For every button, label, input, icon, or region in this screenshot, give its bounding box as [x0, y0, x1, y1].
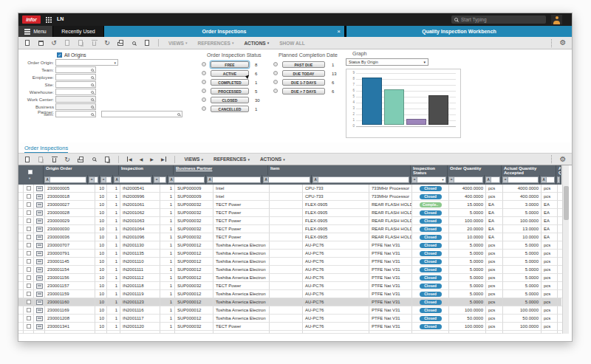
tab-quality-inspection-workbench[interactable]: Quality Inspection Workbench: [346, 26, 572, 37]
row-checkbox[interactable]: [27, 235, 31, 239]
column-filter[interactable]: =: [448, 176, 483, 183]
row-checkbox[interactable]: [27, 300, 31, 304]
first-page-icon[interactable]: ◀: [127, 157, 132, 162]
references-menu[interactable]: REFERENCES▾: [197, 41, 233, 46]
status-button-cancelled[interactable]: CANCELLED: [211, 106, 249, 112]
row-checkbox[interactable]: [27, 210, 31, 215]
column-filter[interactable]: =: [100, 176, 112, 183]
duplicate-icon[interactable]: [76, 38, 85, 47]
row-checkbox[interactable]: [27, 275, 31, 280]
table-row[interactable]: 230001341101IN20011201SUP000032TECT Powe…: [18, 323, 561, 331]
row-checkbox[interactable]: [27, 259, 31, 264]
column-header-order-quantity[interactable]: Order Quantity: [448, 165, 502, 175]
edit-icon[interactable]: [23, 38, 32, 47]
table-row[interactable]: 230001159101IN20011191SUP000012Toshiba A…: [18, 290, 561, 298]
refresh-icon[interactable]: ↻: [63, 155, 72, 164]
app-grid-icon[interactable]: [46, 17, 47, 18]
import-icon[interactable]: [103, 155, 112, 164]
table-row[interactable]: 230001160101IN20011231SUP000012Toshiba A…: [18, 298, 561, 306]
column-header-business-partner[interactable]: Business Partner: [174, 165, 268, 175]
table-row[interactable]: 230000030101IN20010641SUP000032TECT Powe…: [18, 225, 561, 233]
column-filter[interactable]: =▼: [411, 176, 446, 183]
column-filter[interactable]: A: [485, 176, 500, 183]
graph-type-select[interactable]: Status By Origin ▾: [346, 58, 428, 66]
status-radio-closed[interactable]: [202, 97, 206, 102]
row-checkbox[interactable]: [27, 284, 31, 288]
new-document-icon[interactable]: [63, 38, 72, 47]
column-filter[interactable]: A: [312, 176, 409, 183]
row-checkbox[interactable]: [27, 316, 31, 320]
table-row[interactable]: [18, 331, 561, 334]
status-radio-cancelled[interactable]: [202, 106, 206, 111]
next-page-icon[interactable]: ▶: [150, 157, 154, 162]
print-icon[interactable]: [116, 38, 125, 47]
status-radio-due-1-7-days[interactable]: [273, 80, 278, 84]
status-button-past-due[interactable]: PAST DUE: [282, 61, 325, 68]
status-button-due-7-days[interactable]: DUE > 7 DAYS: [282, 88, 325, 95]
table-row[interactable]: 230001154101IN20011111SUP000012Toshiba A…: [18, 266, 561, 274]
column-header-inspection-status[interactable]: Inspection Status: [411, 165, 448, 175]
status-radio-past-due[interactable]: [273, 62, 278, 66]
previous-page-icon[interactable]: ◀: [140, 157, 143, 162]
scrollbar-thumb[interactable]: [564, 186, 569, 220]
close-tab-icon[interactable]: ×: [337, 28, 341, 35]
status-button-due-1-7-days[interactable]: DUE 1-7 DAYS: [282, 79, 325, 86]
row-checkbox[interactable]: [27, 219, 31, 223]
row-checkbox[interactable]: [27, 292, 31, 296]
grid-views-menu[interactable]: VIEWS▾: [185, 157, 203, 162]
search-input[interactable]: Start Typing: [451, 16, 546, 24]
column-header-actual-quantity-rejected[interactable]: Actual Quantity Rejected: [556, 165, 561, 175]
actions-menu[interactable]: ACTIONS▾: [244, 41, 269, 46]
status-radio-due-today[interactable]: [273, 71, 278, 75]
column-filter[interactable]: A: [263, 176, 310, 183]
row-checkbox[interactable]: [27, 267, 31, 272]
column-filter[interactable]: =: [89, 176, 98, 183]
settings-gear-icon[interactable]: ⚙: [558, 38, 567, 47]
user-avatar[interactable]: [551, 15, 562, 24]
column-filter[interactable]: =: [154, 176, 166, 183]
column-filter[interactable]: A: [114, 176, 151, 183]
table-row[interactable]: 230000707101IN20011301SUP000012Toshiba A…: [18, 241, 561, 250]
column-filter[interactable]: =: [502, 176, 539, 183]
column-header-actual-quantity-accepted[interactable]: Actual Quantity Accepted: [502, 165, 556, 175]
column-filter[interactable]: A: [44, 176, 86, 183]
last-page-icon[interactable]: ▶: [161, 157, 166, 162]
delete-icon[interactable]: [49, 155, 58, 164]
column-filter[interactable]: A: [541, 176, 555, 183]
table-row[interactable]: 230000791101IN20011351SUP000012Toshiba A…: [18, 250, 561, 258]
table-row[interactable]: 230001169101IN20011161SUP000012Toshiba A…: [18, 306, 561, 315]
table-row[interactable]: 230000028101IN20010621SUP000032TECT Powe…: [18, 209, 561, 217]
duplicate-icon[interactable]: [36, 155, 45, 164]
vertical-scrollbar[interactable]: [562, 165, 569, 334]
undo-icon[interactable]: ↺: [49, 38, 58, 47]
grid-references-menu[interactable]: REFERENCES▾: [213, 157, 250, 162]
column-header-origin-order[interactable]: Origin Order: [44, 165, 119, 175]
new-document-icon[interactable]: [23, 155, 32, 164]
table-row[interactable]: 230000029101IN20010631SUP000032TECT Powe…: [18, 217, 561, 225]
menu-button[interactable]: Menu: [18, 26, 52, 37]
table-row[interactable]: 230001157101IN20011181SUP000032TECT Powe…: [18, 282, 561, 290]
column-filter[interactable]: =: [557, 176, 560, 183]
select-all-checkbox[interactable]: [28, 170, 33, 174]
export-icon[interactable]: [143, 38, 151, 47]
recently-used-tab[interactable]: Recently Used: [53, 26, 103, 37]
save-icon[interactable]: [36, 38, 45, 47]
table-row[interactable]: 230000036101IN20010961SUP000032TECT Powe…: [18, 233, 561, 241]
refresh-icon[interactable]: ↻: [103, 38, 112, 47]
find-icon[interactable]: [129, 38, 138, 47]
row-checkbox[interactable]: [27, 308, 31, 312]
grid-actions-menu[interactable]: ACTIONS▾: [260, 157, 285, 162]
row-checkbox[interactable]: [27, 186, 31, 190]
table-row[interactable]: 230001208101IN20011171SUP000012Toshiba A…: [18, 315, 561, 323]
grid-settings-gear-icon[interactable]: ⚙: [558, 155, 567, 164]
delete-icon[interactable]: [89, 38, 98, 47]
row-checkbox[interactable]: [27, 324, 31, 329]
table-row[interactable]: 230000018101IN20009961SUP000009IntelCPU-…: [18, 193, 561, 201]
status-button-closed[interactable]: CLOSED: [211, 97, 249, 103]
all-origins-checkbox[interactable]: ✓ All Origins: [57, 52, 86, 58]
row-checkbox[interactable]: [27, 227, 31, 231]
row-checkbox[interactable]: [27, 202, 31, 207]
column-header-inspection[interactable]: Inspection: [119, 165, 174, 175]
views-menu[interactable]: VIEWS▾: [168, 41, 187, 46]
table-row[interactable]: 230000027101IN20010611SUP000032TECT Powe…: [18, 201, 561, 209]
